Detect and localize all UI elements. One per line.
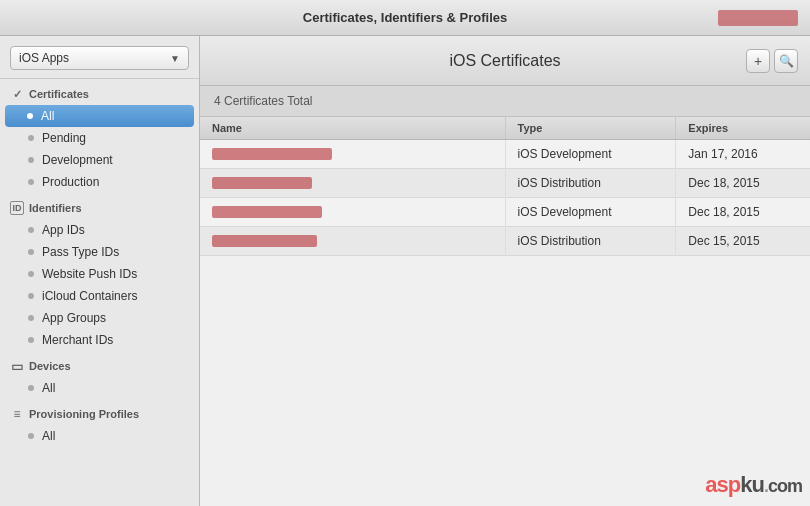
- certificates-table-container: Name Type Expires iOS DevelopmentJan 17,…: [200, 117, 810, 506]
- sidebar-item-label: Production: [42, 175, 99, 189]
- dot-icon: [28, 135, 34, 141]
- sidebar-item-label: App IDs: [42, 223, 85, 237]
- sidebar-item-label: iCloud Containers: [42, 289, 137, 303]
- column-header-name[interactable]: Name: [200, 117, 505, 140]
- cert-name-cell: [200, 227, 505, 256]
- cert-name-cell: [200, 198, 505, 227]
- section-header-certificates: ✓ Certificates: [0, 79, 199, 105]
- sidebar-item-cert-all[interactable]: All: [5, 105, 194, 127]
- app-title: Certificates, Identifiers & Profiles: [303, 10, 507, 25]
- dot-icon: [28, 433, 34, 439]
- search-icon: 🔍: [779, 54, 794, 68]
- sidebar-item-icloudcontainers[interactable]: iCloud Containers: [0, 285, 199, 307]
- sidebar-item-cert-development[interactable]: Development: [0, 149, 199, 171]
- platform-dropdown-container: iOS Apps ▼: [0, 36, 199, 79]
- cert-expires-cell: Dec 15, 2015: [676, 227, 810, 256]
- title-bar-redacted: [718, 10, 798, 26]
- dot-icon: [28, 157, 34, 163]
- sidebar-item-cert-production[interactable]: Production: [0, 171, 199, 193]
- table-row[interactable]: iOS DevelopmentJan 17, 2016: [200, 140, 810, 169]
- cert-type-cell: iOS Development: [505, 140, 676, 169]
- column-header-type[interactable]: Type: [505, 117, 676, 140]
- dot-icon: [28, 315, 34, 321]
- sidebar: iOS Apps ▼ ✓ Certificates All Pending De…: [0, 36, 200, 506]
- dot-icon: [28, 249, 34, 255]
- table-row[interactable]: iOS DistributionDec 18, 2015: [200, 169, 810, 198]
- sidebar-item-merchantids[interactable]: Merchant IDs: [0, 329, 199, 351]
- sidebar-item-appids[interactable]: App IDs: [0, 219, 199, 241]
- table-row[interactable]: iOS DistributionDec 15, 2015: [200, 227, 810, 256]
- sidebar-item-label: Website Push IDs: [42, 267, 137, 281]
- sidebar-item-pp-all[interactable]: All: [0, 425, 199, 447]
- section-header-provisioning: ≡ Provisioning Profiles: [0, 399, 199, 425]
- dot-icon: [28, 227, 34, 233]
- summary-bar: 4 Certificates Total: [200, 86, 810, 117]
- cert-expires-cell: Jan 17, 2016: [676, 140, 810, 169]
- dot-icon: [28, 293, 34, 299]
- sidebar-item-appgroups[interactable]: App Groups: [0, 307, 199, 329]
- cert-type-cell: iOS Distribution: [505, 169, 676, 198]
- sidebar-item-label: All: [42, 429, 55, 443]
- section-header-identifiers: ID Identifiers: [0, 193, 199, 219]
- cert-expires-cell: Dec 18, 2015: [676, 169, 810, 198]
- title-bar: Certificates, Identifiers & Profiles: [0, 0, 810, 36]
- section-label-provisioning: Provisioning Profiles: [29, 408, 139, 420]
- redacted-name-bar: [212, 148, 332, 160]
- content-title: iOS Certificates: [449, 52, 560, 70]
- content-actions: + 🔍: [746, 49, 798, 73]
- sidebar-item-label: All: [41, 109, 54, 123]
- provisioning-icon: ≡: [10, 407, 24, 421]
- certificates-icon: ✓: [10, 87, 24, 101]
- main-layout: iOS Apps ▼ ✓ Certificates All Pending De…: [0, 36, 810, 506]
- platform-dropdown[interactable]: iOS Apps ▼: [10, 46, 189, 70]
- chevron-down-icon: ▼: [170, 53, 180, 64]
- cert-type-cell: iOS Development: [505, 198, 676, 227]
- sidebar-item-label: App Groups: [42, 311, 106, 325]
- section-label-certificates: Certificates: [29, 88, 89, 100]
- dot-icon: [28, 179, 34, 185]
- plus-icon: +: [754, 53, 762, 69]
- sidebar-item-label: Development: [42, 153, 113, 167]
- content-area: iOS Certificates + 🔍 4 Certificates Tota…: [200, 36, 810, 506]
- content-header: iOS Certificates + 🔍: [200, 36, 810, 86]
- sidebar-item-label: Pending: [42, 131, 86, 145]
- cert-expires-cell: Dec 18, 2015: [676, 198, 810, 227]
- dot-icon: [28, 337, 34, 343]
- redacted-name-bar: [212, 235, 317, 247]
- cert-name-cell: [200, 140, 505, 169]
- add-certificate-button[interactable]: +: [746, 49, 770, 73]
- section-header-devices: ▭ Devices: [0, 351, 199, 377]
- table-row[interactable]: iOS DevelopmentDec 18, 2015: [200, 198, 810, 227]
- dot-icon: [28, 271, 34, 277]
- certificates-table: Name Type Expires iOS DevelopmentJan 17,…: [200, 117, 810, 256]
- devices-icon: ▭: [10, 359, 24, 373]
- column-header-expires[interactable]: Expires: [676, 117, 810, 140]
- cert-type-cell: iOS Distribution: [505, 227, 676, 256]
- table-header-row: Name Type Expires: [200, 117, 810, 140]
- section-label-identifiers: Identifiers: [29, 202, 82, 214]
- cert-name-cell: [200, 169, 505, 198]
- sidebar-item-passtypeids[interactable]: Pass Type IDs: [0, 241, 199, 263]
- certificate-count: 4 Certificates Total: [214, 94, 313, 108]
- dot-icon: [27, 113, 33, 119]
- dot-icon: [28, 385, 34, 391]
- section-label-devices: Devices: [29, 360, 71, 372]
- search-button[interactable]: 🔍: [774, 49, 798, 73]
- redacted-name-bar: [212, 206, 322, 218]
- redacted-name-bar: [212, 177, 312, 189]
- sidebar-item-label: Merchant IDs: [42, 333, 113, 347]
- identifiers-icon: ID: [10, 201, 24, 215]
- sidebar-item-cert-pending[interactable]: Pending: [0, 127, 199, 149]
- sidebar-item-websitepushids[interactable]: Website Push IDs: [0, 263, 199, 285]
- sidebar-item-label: All: [42, 381, 55, 395]
- sidebar-item-devices-all[interactable]: All: [0, 377, 199, 399]
- sidebar-item-label: Pass Type IDs: [42, 245, 119, 259]
- dropdown-label: iOS Apps: [19, 51, 69, 65]
